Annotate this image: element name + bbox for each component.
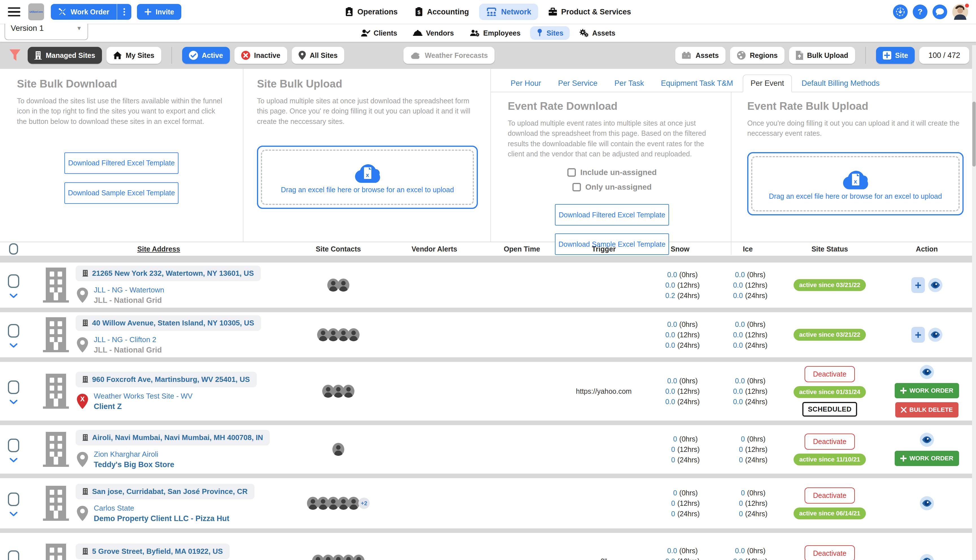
site-name-link[interactable]: JLL - NG - Watertown xyxy=(94,286,164,294)
tab-per-service[interactable]: Per Service xyxy=(551,75,605,92)
contact-avatar[interactable] xyxy=(348,497,359,510)
work-order-button[interactable]: WORK ORDER xyxy=(895,383,959,398)
add-action-icon[interactable]: + xyxy=(911,327,925,343)
site-address-chip[interactable]: 21265 New York 232, Watertown, NY 13601,… xyxy=(76,266,261,281)
download-filtered-template-button[interactable]: Download Filtered Excel Template xyxy=(64,152,179,174)
my-sites-button[interactable]: My Sites xyxy=(107,47,161,64)
checkbox[interactable] xyxy=(572,183,581,192)
row-checkbox[interactable] xyxy=(8,274,19,288)
regions-button[interactable]: Regions xyxy=(730,47,784,64)
nav-network[interactable]: Network xyxy=(479,4,538,20)
deactivate-button[interactable]: Deactivate xyxy=(804,366,855,382)
client-name[interactable]: Demo Property Client LLC - Pizza Hut xyxy=(94,514,229,523)
contact-avatar[interactable] xyxy=(348,328,359,341)
contact-avatars[interactable] xyxy=(312,555,365,560)
hamburger-menu-icon[interactable] xyxy=(8,7,20,17)
contact-avatar[interactable] xyxy=(353,555,365,560)
site-address-chip[interactable]: 40 Willow Avenue, Staten Island, NY 1030… xyxy=(76,315,261,331)
tab-equipment-task-t-m[interactable]: Equipment Task T&M xyxy=(654,75,741,92)
tab-default-billing-methods[interactable]: Default Billing Methods xyxy=(794,75,887,92)
subnav-clients[interactable]: Clients xyxy=(354,26,403,40)
contact-avatar[interactable] xyxy=(332,443,344,456)
tab-per-hour[interactable]: Per Hour xyxy=(503,75,549,92)
scrollbar-track[interactable] xyxy=(972,45,976,560)
site-name-link[interactable]: Weather Works Test Site - WV xyxy=(94,392,193,400)
row-checkbox[interactable] xyxy=(8,324,19,338)
site-name-link[interactable]: Zion Kharghar Airoli xyxy=(94,450,174,459)
site-address-chip[interactable]: San jose, Curridabat, San José Province,… xyxy=(76,484,254,499)
contact-avatar[interactable] xyxy=(342,385,354,398)
app-logo[interactable]: UtilizeCore xyxy=(28,3,44,20)
site-address-chip[interactable]: 5 Grove Street, Byfield, MA 01922, US xyxy=(76,543,230,559)
deactivate-button[interactable]: Deactivate xyxy=(804,433,855,450)
subnav-assets[interactable]: Assets xyxy=(573,26,622,40)
tab-per-task[interactable]: Per Task xyxy=(607,75,652,92)
add-site-button[interactable]: Site xyxy=(876,47,915,64)
active-filter-button[interactable]: Active xyxy=(182,47,230,64)
inactive-filter-button[interactable]: Inactive xyxy=(234,47,287,64)
select-all-checkbox[interactable] xyxy=(9,243,18,255)
chevron-down-icon[interactable] xyxy=(10,400,18,404)
row-checkbox[interactable] xyxy=(8,438,19,452)
deactivate-button[interactable]: Deactivate xyxy=(804,545,855,560)
weather-forecasts-button[interactable]: Weather Forecasts xyxy=(403,47,494,64)
row-checkbox[interactable] xyxy=(8,493,19,506)
eye-icon[interactable] xyxy=(920,554,934,560)
chevron-down-icon[interactable] xyxy=(10,343,18,348)
row-checkbox[interactable] xyxy=(8,380,19,394)
client-name[interactable]: Teddy's Big Box Store xyxy=(94,460,174,469)
managed-sites-button[interactable]: Managed Sites xyxy=(28,47,102,64)
deactivate-button[interactable]: Deactivate xyxy=(804,487,855,503)
scrollbar-thumb[interactable] xyxy=(972,102,976,167)
checkbox[interactable] xyxy=(567,168,576,177)
contact-avatars[interactable] xyxy=(317,328,359,341)
profile-avatar[interactable] xyxy=(952,4,968,20)
eye-icon[interactable] xyxy=(920,433,934,447)
chevron-down-icon[interactable] xyxy=(10,293,18,298)
site-name-link[interactable]: JLL - NG - Clifton 2 xyxy=(94,335,162,344)
include-unassigned-checkbox[interactable]: Include un-assigned xyxy=(567,168,657,177)
download-sample-template-button[interactable]: Download Sample Excel Template xyxy=(64,182,179,204)
sync-button[interactable] xyxy=(893,5,908,19)
work-order-button[interactable]: Work Order xyxy=(51,4,117,20)
subnav-sites[interactable]: Sites xyxy=(530,26,570,40)
work-order-kebab-icon[interactable] xyxy=(117,4,131,20)
subnav-employees[interactable]: Employees xyxy=(464,26,527,40)
only-unassigned-checkbox[interactable]: Only un-assigned xyxy=(572,183,652,192)
invite-button[interactable]: Invite xyxy=(137,4,181,20)
bulk-upload-button[interactable]: Bulk Upload xyxy=(789,47,855,64)
eye-icon[interactable] xyxy=(928,328,943,342)
row-checkbox[interactable] xyxy=(8,550,19,560)
chat-button[interactable] xyxy=(933,5,947,19)
event-rate-upload-dropzone[interactable]: x Drag an excel file here or browse for … xyxy=(747,152,964,215)
eye-icon[interactable] xyxy=(928,278,943,292)
contact-avatars[interactable] xyxy=(332,443,344,456)
tab-per-event[interactable]: Per Event xyxy=(743,75,792,92)
site-address-chip[interactable]: Airoli, Navi Mumbai, Navi Mumbai, MH 400… xyxy=(76,430,270,445)
site-upload-dropzone[interactable]: x Drag an excel file here or browse for … xyxy=(257,146,478,209)
work-order-button[interactable]: WORK ORDER xyxy=(895,451,959,466)
contact-avatars[interactable]: +2 xyxy=(307,497,370,510)
add-action-icon[interactable]: + xyxy=(911,277,925,293)
help-button[interactable]: ? xyxy=(913,5,928,19)
nav-product-services[interactable]: Product & Services xyxy=(541,4,638,20)
all-sites-button[interactable]: All Sites xyxy=(292,47,345,64)
contact-avatar[interactable] xyxy=(337,278,349,292)
contact-avatars[interactable] xyxy=(322,385,354,398)
chevron-down-icon[interactable] xyxy=(10,512,18,516)
eye-icon[interactable] xyxy=(920,365,934,379)
nav-accounting[interactable]: $Accounting xyxy=(408,4,476,20)
extra-contacts-badge[interactable]: +2 xyxy=(359,498,370,509)
subnav-vendors[interactable]: Vendors xyxy=(407,26,460,40)
eye-icon[interactable] xyxy=(920,496,934,510)
filter-funnel-icon[interactable] xyxy=(9,49,21,62)
nav-operations[interactable]: Operations xyxy=(338,4,404,20)
assets-button[interactable]: -+Assets xyxy=(675,47,726,64)
col-site-address[interactable]: Site Address xyxy=(27,245,290,253)
download-filtered-template-button[interactable]: Download Filtered Excel Template xyxy=(555,204,669,225)
bulk-delete-button[interactable]: BULK DELETE xyxy=(895,402,958,417)
client-name[interactable]: Client Z xyxy=(94,402,193,411)
site-address-chip[interactable]: 960 Foxcroft Ave, Martinsburg, WV 25401,… xyxy=(76,372,257,387)
site-name-link[interactable]: Carlos State xyxy=(94,504,229,513)
contact-avatars[interactable] xyxy=(327,278,349,292)
